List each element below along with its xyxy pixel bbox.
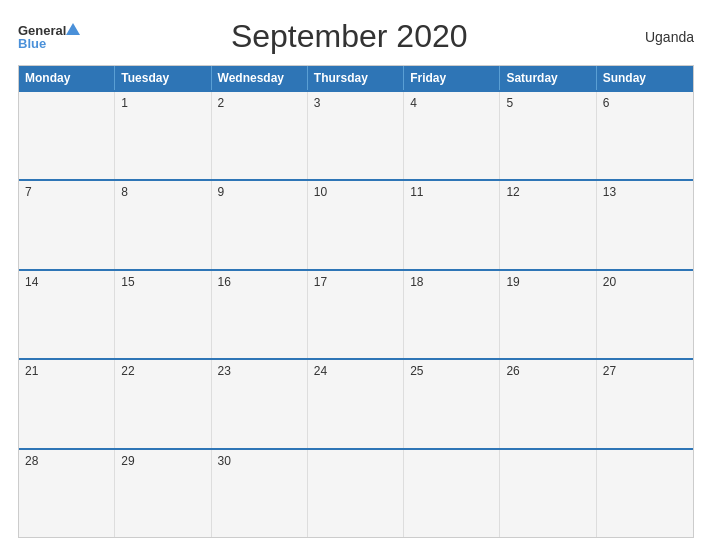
country-label: Uganda	[614, 29, 694, 45]
logo-triangle-icon	[66, 23, 80, 35]
day-cell[interactable]: 24	[308, 360, 404, 447]
day-cell[interactable]: 16	[212, 271, 308, 358]
day-cell[interactable]: 8	[115, 181, 211, 268]
day-cell[interactable]: 26	[500, 360, 596, 447]
logo-general-text: General	[18, 24, 66, 37]
day-cell[interactable]: 21	[19, 360, 115, 447]
calendar-page: General Blue September 2020 Uganda Monda…	[0, 0, 712, 550]
calendar-body: 1 2 3 4 5 6 7 8 9 10 11 12 13 14 15 16	[19, 90, 693, 537]
day-cell[interactable]: 23	[212, 360, 308, 447]
day-cell[interactable]: 2	[212, 92, 308, 179]
header-sunday: Sunday	[597, 66, 693, 90]
day-cell[interactable]: 7	[19, 181, 115, 268]
page-header: General Blue September 2020 Uganda	[18, 18, 694, 55]
day-cell[interactable]	[19, 92, 115, 179]
day-cell[interactable]: 17	[308, 271, 404, 358]
day-cell[interactable]: 19	[500, 271, 596, 358]
header-friday: Friday	[404, 66, 500, 90]
day-cell	[308, 450, 404, 537]
day-cell[interactable]: 11	[404, 181, 500, 268]
day-cell[interactable]: 18	[404, 271, 500, 358]
day-cell[interactable]: 12	[500, 181, 596, 268]
week-1: 1 2 3 4 5 6	[19, 90, 693, 179]
logo-blue-text: Blue	[18, 37, 46, 50]
day-cell[interactable]: 10	[308, 181, 404, 268]
calendar-grid: Monday Tuesday Wednesday Thursday Friday…	[18, 65, 694, 538]
week-2: 7 8 9 10 11 12 13	[19, 179, 693, 268]
header-tuesday: Tuesday	[115, 66, 211, 90]
day-cell[interactable]: 9	[212, 181, 308, 268]
day-cell[interactable]: 14	[19, 271, 115, 358]
header-thursday: Thursday	[308, 66, 404, 90]
day-cell[interactable]: 28	[19, 450, 115, 537]
day-cell[interactable]: 15	[115, 271, 211, 358]
day-cell[interactable]: 6	[597, 92, 693, 179]
day-cell	[597, 450, 693, 537]
day-cell	[500, 450, 596, 537]
day-cell[interactable]: 4	[404, 92, 500, 179]
week-4: 21 22 23 24 25 26 27	[19, 358, 693, 447]
day-cell[interactable]: 29	[115, 450, 211, 537]
header-saturday: Saturday	[500, 66, 596, 90]
day-cell[interactable]: 1	[115, 92, 211, 179]
page-title: September 2020	[84, 18, 614, 55]
day-cell[interactable]: 3	[308, 92, 404, 179]
day-cell[interactable]: 22	[115, 360, 211, 447]
day-cell[interactable]: 13	[597, 181, 693, 268]
day-cell[interactable]: 27	[597, 360, 693, 447]
day-cell[interactable]: 20	[597, 271, 693, 358]
week-3: 14 15 16 17 18 19 20	[19, 269, 693, 358]
day-cell	[404, 450, 500, 537]
week-5: 28 29 30	[19, 448, 693, 537]
calendar-header-row: Monday Tuesday Wednesday Thursday Friday…	[19, 66, 693, 90]
day-cell[interactable]: 30	[212, 450, 308, 537]
header-wednesday: Wednesday	[212, 66, 308, 90]
logo: General Blue	[18, 24, 84, 50]
header-monday: Monday	[19, 66, 115, 90]
day-cell[interactable]: 25	[404, 360, 500, 447]
day-cell[interactable]: 5	[500, 92, 596, 179]
